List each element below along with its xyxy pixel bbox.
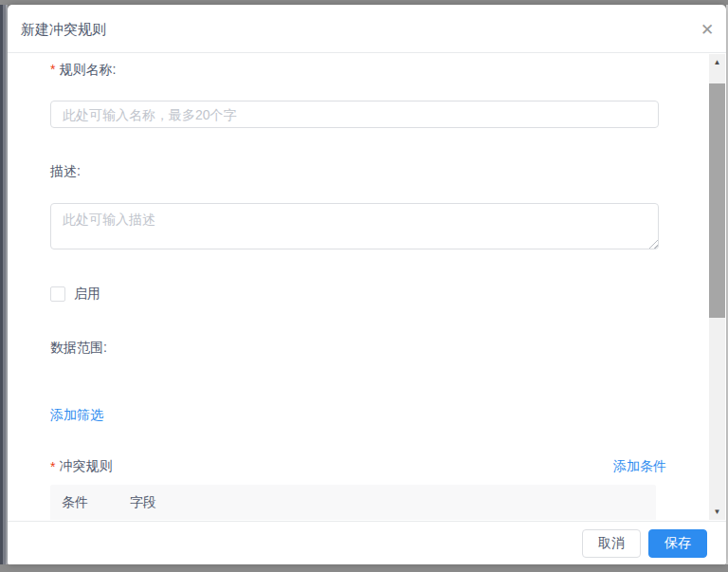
data-scope-label: 数据范围: bbox=[50, 340, 659, 357]
required-asterisk: * bbox=[50, 459, 55, 474]
conflict-rules-label: 冲突规则 bbox=[59, 458, 112, 475]
enable-label: 启用 bbox=[74, 286, 100, 303]
new-conflict-rule-modal: 新建冲突规则 ✕ *规则名称: 描述: 启用 数据范围: 添加筛选 * 冲突规则… bbox=[8, 5, 726, 564]
conflict-rules-label-wrap: * 冲突规则 bbox=[50, 458, 112, 475]
close-icon[interactable]: ✕ bbox=[696, 18, 719, 41]
modal-header: 新建冲突规则 ✕ bbox=[8, 5, 726, 53]
save-button[interactable]: 保存 bbox=[648, 529, 707, 558]
description-textarea[interactable] bbox=[50, 203, 659, 249]
rule-name-label-row: *规则名称: bbox=[50, 62, 659, 79]
cancel-button[interactable]: 取消 bbox=[582, 529, 641, 558]
background-left-edge bbox=[0, 5, 8, 564]
scroll-down-icon[interactable]: ▼ bbox=[709, 504, 725, 520]
vertical-scrollbar[interactable]: ▲ ▼ bbox=[709, 54, 725, 520]
scrollbar-thumb[interactable] bbox=[709, 83, 725, 318]
conflict-rules-table-header: 条件 字段 bbox=[50, 485, 656, 520]
rule-name-input[interactable] bbox=[50, 101, 659, 128]
modal-footer: 取消 保存 bbox=[8, 521, 726, 564]
required-asterisk: * bbox=[50, 62, 55, 77]
modal-body: *规则名称: 描述: 启用 数据范围: 添加筛选 * 冲突规则 添加条件 条件 … bbox=[8, 53, 726, 521]
scroll-up-icon[interactable]: ▲ bbox=[709, 54, 725, 70]
modal-title: 新建冲突规则 bbox=[21, 21, 106, 39]
enable-checkbox[interactable] bbox=[50, 286, 65, 302]
add-condition-link[interactable]: 添加条件 bbox=[613, 458, 666, 475]
description-label: 描述: bbox=[50, 163, 659, 180]
enable-checkbox-row: 启用 bbox=[50, 286, 100, 303]
add-filter-link[interactable]: 添加筛选 bbox=[50, 407, 103, 424]
column-header-field: 字段 bbox=[130, 494, 156, 511]
column-header-condition: 条件 bbox=[50, 494, 130, 511]
conflict-rules-row: * 冲突规则 添加条件 bbox=[50, 458, 666, 475]
rule-name-label: 规则名称: bbox=[59, 62, 116, 77]
